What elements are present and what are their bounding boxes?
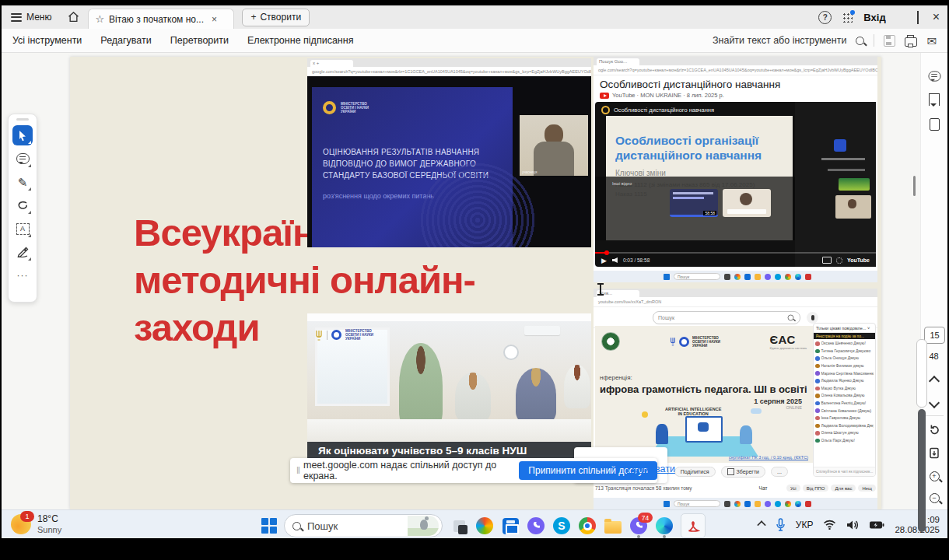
chat-message: Ольга Онищук Дякую	[815, 355, 874, 362]
chat-input[interactable]: Спілкуйтеся в чаті як підписник...	[814, 467, 875, 476]
progress-bar[interactable]	[595, 252, 876, 254]
save-button[interactable]: Зберегти	[721, 466, 766, 478]
wifi-icon[interactable]	[823, 520, 836, 530]
page-view-button[interactable]	[926, 445, 942, 460]
chat-filter-chip[interactable]: Усі	[786, 485, 800, 492]
rotate-icon	[929, 424, 940, 436]
chat-message: Оксана Шевченко Дякую!	[815, 340, 874, 348]
microphone-icon[interactable]	[776, 518, 786, 532]
youtube-brand: YouTube	[847, 257, 870, 263]
notification-badge: 1	[20, 511, 34, 522]
eac-logo: ЄАСЄдина державна система	[769, 333, 807, 350]
drag-grip-icon[interactable]: ‖	[290, 465, 303, 476]
draw-tool[interactable]	[12, 195, 33, 215]
star-icon[interactable]: ☆	[95, 13, 104, 25]
mic-icon[interactable]	[807, 312, 818, 324]
toolbar-menu-item[interactable]: Електронне підписання	[247, 35, 353, 46]
sign-tool[interactable]	[12, 242, 33, 262]
document-tab[interactable]: ☆ Вітаю з початком но... ×	[88, 9, 234, 30]
home-icon	[67, 11, 80, 23]
file-explorer-button[interactable]	[604, 516, 622, 535]
save-icon[interactable]	[884, 35, 895, 47]
store-button[interactable]	[501, 516, 520, 535]
hide-banner-link[interactable]: Приховати	[627, 464, 675, 474]
edge-button[interactable]	[655, 516, 674, 535]
comments-panel-button[interactable]	[926, 68, 942, 84]
next-page-button[interactable]	[926, 395, 942, 411]
scrollbar-thumb[interactable]	[913, 176, 916, 196]
viber-messages-button[interactable]: 74	[629, 516, 648, 535]
add-text-tool[interactable]: A	[12, 219, 33, 239]
ministry-logo-icon	[679, 337, 689, 347]
apps-grid-button[interactable]	[842, 12, 853, 23]
chat-filter-chip[interactable]: Нещ	[858, 485, 876, 492]
task-view-button[interactable]	[450, 516, 468, 535]
comment-tool[interactable]	[12, 149, 33, 169]
trident-icon	[670, 337, 676, 346]
speaker-icon[interactable]	[846, 520, 859, 530]
scrollbar-thumb[interactable]	[918, 428, 926, 532]
print-icon[interactable]	[905, 37, 917, 47]
divider	[874, 34, 874, 47]
skype-button[interactable]: S	[552, 516, 571, 535]
thumbnails-panel-button[interactable]	[926, 117, 942, 132]
presentation-slide: МІНІСТЕРСТВО ОСВІТИ І НАУКИ УКРАЇНИ ОЦІН…	[312, 87, 513, 247]
captions-icon[interactable]	[822, 257, 832, 264]
tab-close-icon[interactable]: ×	[212, 14, 217, 25]
toolbar-menu-item[interactable]: Усі інструменти	[12, 35, 82, 46]
youtube-search-input[interactable]: Пошук	[653, 311, 800, 324]
chat-filter-header[interactable]: Тільки цікаві повідомле... ˅	[814, 324, 875, 333]
play-icon[interactable]: ▶	[601, 257, 607, 264]
meeting-sidebar	[795, 102, 876, 267]
select-tool[interactable]	[12, 125, 33, 145]
start-button[interactable]	[261, 518, 277, 534]
mini-taskbar: Пошук	[594, 498, 877, 509]
viber-button[interactable]	[527, 516, 545, 535]
share-button[interactable]: Поділитися	[674, 467, 716, 477]
previous-page-button[interactable]	[926, 373, 942, 389]
language-indicator[interactable]: УКР	[796, 520, 814, 530]
zoom-out-button[interactable]: −	[926, 490, 942, 506]
copilot-button[interactable]	[475, 516, 494, 535]
chat-pinned-message[interactable]: Реєстрація на подію за по...	[814, 333, 875, 339]
search-icon[interactable]	[856, 37, 864, 45]
skype-icon: S	[553, 517, 570, 534]
zoom-in-button[interactable]: +	[926, 468, 942, 484]
search-icon	[292, 522, 301, 530]
menu-button[interactable]: Меню	[2, 5, 59, 29]
acrobat-button[interactable]	[681, 513, 706, 538]
find-label[interactable]: Знайти текст або інструменти	[713, 35, 846, 46]
weather-widget[interactable]: 1 18°CSunny	[11, 513, 61, 535]
chat-filter-chip[interactable]: Від ППО	[803, 485, 829, 492]
bookmarks-panel-button[interactable]	[926, 92, 942, 107]
close-button[interactable]: ×	[933, 10, 940, 24]
university-emblem-icon	[601, 332, 620, 351]
toolbar-menu-item[interactable]: Редагувати	[100, 35, 151, 46]
volume-icon[interactable]	[612, 257, 618, 263]
restore-button[interactable]	[917, 12, 919, 23]
toolbar-menu-item[interactable]: Перетворити	[170, 35, 229, 46]
chat-tab[interactable]: Чат	[759, 485, 768, 491]
teacher-figure	[399, 343, 443, 429]
battery-icon[interactable]	[869, 520, 884, 530]
chrome-button[interactable]	[578, 516, 597, 535]
page-number-input[interactable]: 15	[924, 327, 945, 344]
highlight-tool[interactable]: ✎	[12, 172, 33, 192]
more-tools[interactable]: ···	[12, 265, 33, 285]
more-button[interactable]: ...	[771, 467, 788, 477]
rotate-page-button[interactable]	[926, 422, 942, 437]
palette-drag-handle[interactable]	[16, 118, 29, 121]
mini-taskbar: Пошук	[594, 271, 877, 282]
taskbar-search[interactable]: Пошук	[284, 514, 443, 537]
tray-expand-chevron[interactable]	[757, 520, 765, 529]
signin-button[interactable]: Вхід	[863, 12, 885, 23]
help-button[interactable]: ?	[818, 11, 832, 24]
chat-message: Олена Ковальова Дякую	[815, 392, 874, 400]
home-button[interactable]	[59, 5, 88, 29]
email-icon[interactable]: ✉	[926, 35, 937, 47]
create-button[interactable]: + Створити	[242, 9, 310, 26]
chat-filter-chip[interactable]: Для вас	[831, 485, 856, 492]
scrollbar-thumb[interactable]	[916, 339, 927, 408]
chat-message: Світлана Коваленко (Дякую)	[815, 407, 874, 415]
settings-gear-icon[interactable]	[836, 257, 842, 264]
